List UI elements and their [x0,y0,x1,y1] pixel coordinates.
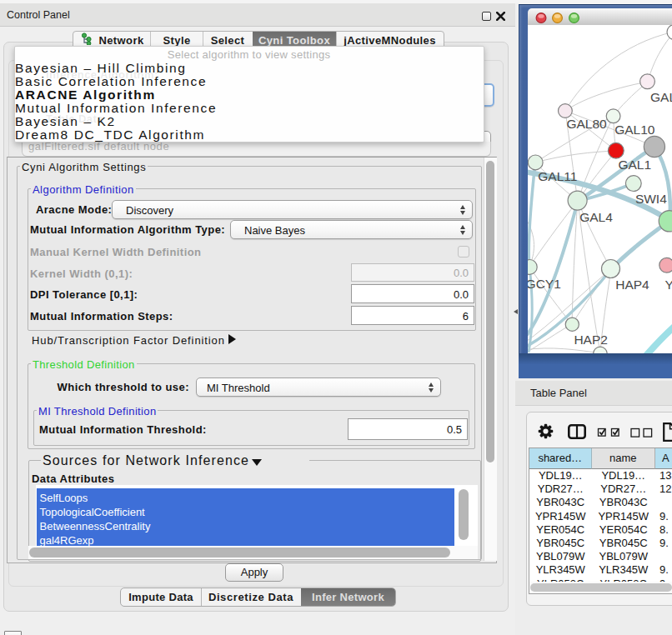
svg-text:GAL11: GAL11 [538,169,577,183]
svg-text:GAL2: GAL2 [650,90,672,104]
svg-text:GAL1: GAL1 [618,158,651,172]
svg-text:HAP4: HAP4 [615,278,649,292]
svg-text:GCY1: GCY1 [528,277,561,291]
svg-text:YI: YI [665,278,672,292]
svg-text:GAL80: GAL80 [566,117,607,131]
svg-text:GAL4: GAL4 [579,210,613,224]
svg-text:HAP2: HAP2 [574,332,608,347]
svg-text:SWI4: SWI4 [635,192,667,206]
svg-text:GAL10: GAL10 [614,122,655,137]
